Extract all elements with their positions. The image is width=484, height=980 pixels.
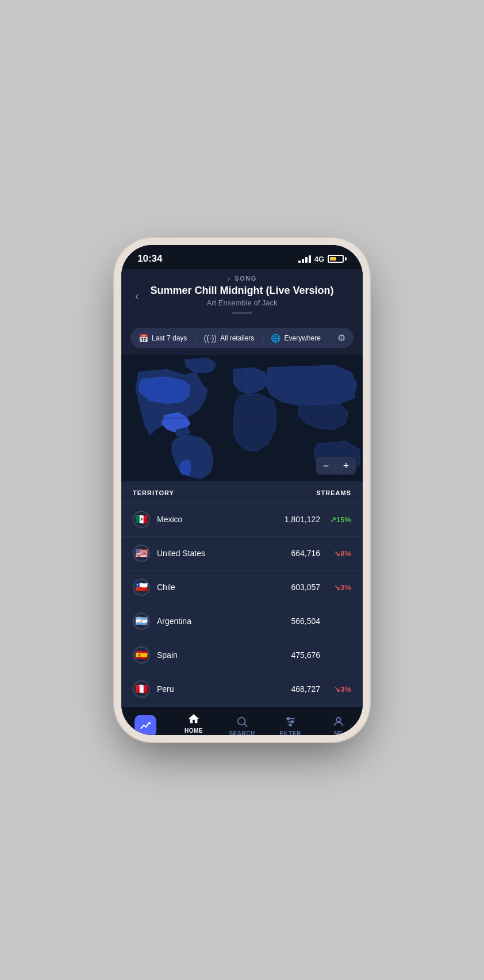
stream-count: 468,727 bbox=[291, 684, 320, 694]
table-row[interactable]: 🇲🇽 Mexico 1,801,122 ↗15% bbox=[121, 503, 363, 537]
flag-chile: 🇨🇱 bbox=[133, 579, 150, 596]
svg-point-8 bbox=[287, 718, 290, 720]
country-name: Peru bbox=[157, 684, 291, 694]
trend-indicator: ↘3% bbox=[327, 685, 351, 694]
streams-column-header: STREAMS bbox=[316, 489, 351, 496]
nav-filter[interactable]: FILTER bbox=[270, 715, 310, 735]
search-icon bbox=[236, 715, 248, 728]
zoom-in-button[interactable]: + bbox=[336, 457, 356, 474]
status-icons: 4G bbox=[298, 255, 347, 263]
globe-icon: 🌐 bbox=[271, 334, 281, 343]
table-row[interactable]: 🇪🇸 Spain 475,676 bbox=[121, 638, 363, 672]
song-title: Summer Chill Midnight (Live Version) bbox=[133, 284, 351, 297]
stream-count: 475,676 bbox=[291, 650, 320, 660]
trend-indicator: ↗15% bbox=[327, 515, 351, 524]
filter-icon bbox=[284, 715, 297, 728]
stream-count: 566,504 bbox=[291, 617, 320, 626]
calendar-icon: 📅 bbox=[139, 334, 148, 343]
me-label: ME bbox=[334, 730, 343, 735]
country-name: United States bbox=[157, 549, 291, 558]
territory-rows-container: 🇲🇽 Mexico 1,801,122 ↗15% 🇺🇸 United State… bbox=[121, 503, 363, 706]
song-artist: Art Ensemble of Jack bbox=[133, 298, 351, 307]
search-label: SEARCH bbox=[229, 730, 255, 735]
pill-separator-1 bbox=[195, 333, 195, 343]
region-filter[interactable]: 🌐 Everywhere bbox=[271, 334, 320, 343]
filter-bar: 📅 Last 7 days ((·)) All retailers 🌐 Ever… bbox=[121, 322, 363, 355]
territory-column-header: TERRITORY bbox=[133, 489, 174, 496]
svg-point-11 bbox=[336, 718, 340, 722]
nav-me[interactable]: ME bbox=[318, 715, 359, 735]
stream-count: 1,801,122 bbox=[285, 515, 320, 524]
country-name: Chile bbox=[157, 583, 291, 592]
battery-icon bbox=[328, 255, 347, 263]
date-range-filter[interactable]: 📅 Last 7 days bbox=[139, 334, 187, 343]
flag-mexico: 🇲🇽 bbox=[133, 511, 150, 528]
table-row[interactable]: 🇦🇷 Argentina 566,504 bbox=[121, 604, 363, 638]
filter-pills-container: 📅 Last 7 days ((·)) All retailers 🌐 Ever… bbox=[130, 328, 354, 348]
home-label: HOME bbox=[185, 728, 203, 734]
flag-united states: 🇺🇸 bbox=[133, 545, 150, 562]
zoom-controls: − + bbox=[316, 457, 356, 474]
nav-search[interactable]: SEARCH bbox=[222, 715, 262, 735]
table-row[interactable]: 🇵🇪 Peru 468,727 ↘3% bbox=[121, 672, 363, 706]
back-button[interactable]: ‹ bbox=[130, 285, 144, 307]
table-row[interactable]: 🇨🇱 Chile 603,057 ↘3% bbox=[121, 571, 363, 604]
stream-count: 603,057 bbox=[291, 583, 320, 592]
flag-peru: 🇵🇪 bbox=[133, 680, 150, 698]
table-row[interactable]: 🇺🇸 United States 664,716 ↘8% bbox=[121, 537, 363, 571]
music-note-icon: ♪ bbox=[227, 275, 231, 282]
svg-line-4 bbox=[244, 724, 247, 727]
retailers-icon: ((·)) bbox=[203, 334, 217, 343]
country-name: Argentina bbox=[157, 617, 291, 626]
svg-point-3 bbox=[238, 718, 245, 725]
home-icon bbox=[187, 713, 200, 725]
retailers-filter[interactable]: ((·)) All retailers bbox=[203, 334, 254, 343]
flag-argentina: 🇦🇷 bbox=[133, 612, 150, 630]
table-header: TERRITORY STREAMS bbox=[121, 481, 363, 503]
analytics-icon bbox=[135, 715, 156, 735]
network-type: 4G bbox=[314, 255, 324, 263]
zoom-out-button[interactable]: − bbox=[316, 457, 336, 474]
pill-separator-2 bbox=[262, 333, 263, 343]
country-name: Spain bbox=[157, 650, 291, 660]
nav-analytics[interactable] bbox=[125, 715, 166, 735]
drag-handle bbox=[232, 312, 252, 314]
trend-indicator: ↘3% bbox=[327, 583, 351, 592]
stream-count: 664,716 bbox=[291, 549, 320, 558]
svg-point-9 bbox=[291, 721, 294, 723]
notch bbox=[205, 245, 279, 262]
me-icon bbox=[332, 715, 345, 728]
territory-table: TERRITORY STREAMS 🇲🇽 Mexico 1,801,122 ↗1… bbox=[121, 481, 363, 706]
world-map-container: − + bbox=[121, 355, 363, 481]
status-time: 10:34 bbox=[137, 253, 162, 265]
filter-settings-button[interactable]: ⚙ bbox=[337, 332, 345, 343]
filter-label: FILTER bbox=[279, 730, 301, 735]
signal-icon bbox=[298, 255, 311, 263]
content-type-label: ♪ SONG bbox=[133, 275, 351, 282]
svg-point-10 bbox=[289, 724, 291, 726]
bottom-navigation: HOME SEARCH FILTER bbox=[121, 706, 363, 735]
nav-home[interactable]: HOME bbox=[174, 713, 214, 735]
flag-spain: 🇪🇸 bbox=[133, 646, 150, 664]
app-header: ‹ ♪ SONG Summer Chill Midnight (Live Ver… bbox=[121, 269, 363, 322]
pill-separator-3 bbox=[329, 333, 329, 343]
phone-screen: 10:34 4G ‹ ♪ bbox=[121, 245, 363, 735]
trend-indicator: ↘8% bbox=[327, 549, 351, 558]
country-name: Mexico bbox=[157, 515, 285, 524]
phone-frame: 10:34 4G ‹ ♪ bbox=[121, 245, 363, 735]
